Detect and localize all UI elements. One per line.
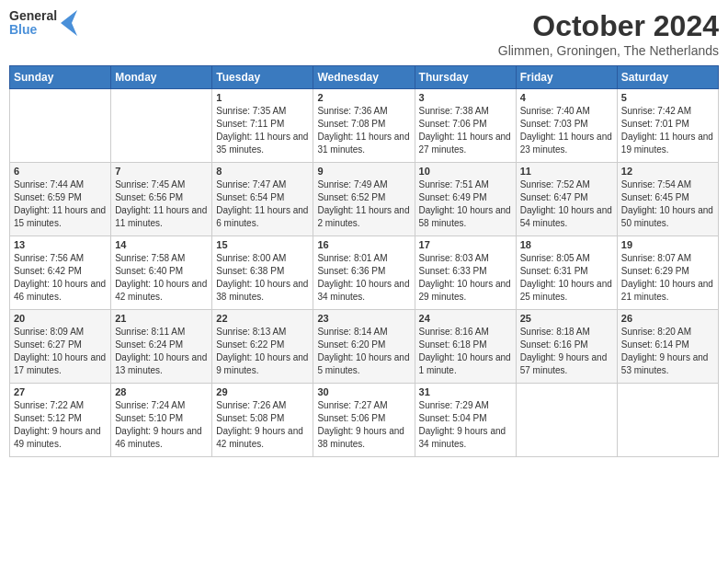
day-number: 23 [317, 313, 410, 324]
weekday-header-wednesday: Wednesday [313, 66, 415, 89]
logo-line1: General [9, 9, 57, 23]
svg-marker-0 [61, 10, 77, 36]
day-info: Sunrise: 8:03 AM Sunset: 6:33 PM Dayligh… [419, 252, 512, 304]
day-info: Sunrise: 7:54 AM Sunset: 6:45 PM Dayligh… [621, 178, 714, 230]
day-number: 13 [14, 239, 107, 250]
calendar-cell: 5Sunrise: 7:42 AM Sunset: 7:01 PM Daylig… [617, 89, 718, 163]
day-info: Sunrise: 8:13 AM Sunset: 6:22 PM Dayligh… [216, 326, 309, 377]
calendar-cell: 15Sunrise: 8:00 AM Sunset: 6:38 PM Dayli… [212, 236, 313, 310]
calendar-cell: 10Sunrise: 7:51 AM Sunset: 6:49 PM Dayli… [415, 163, 516, 236]
day-info: Sunrise: 8:01 AM Sunset: 6:36 PM Dayligh… [317, 252, 410, 304]
logo-line2: Blue [9, 23, 57, 37]
day-number: 29 [216, 386, 309, 397]
day-number: 19 [621, 239, 714, 250]
calendar-cell: 21Sunrise: 8:11 AM Sunset: 6:24 PM Dayli… [111, 310, 212, 384]
day-number: 31 [419, 386, 512, 397]
week-row-1: 1Sunrise: 7:35 AM Sunset: 7:11 PM Daylig… [10, 89, 719, 163]
day-number: 27 [14, 386, 107, 397]
weekday-header-thursday: Thursday [415, 66, 516, 89]
day-info: Sunrise: 7:38 AM Sunset: 7:06 PM Dayligh… [419, 105, 512, 156]
day-info: Sunrise: 7:42 AM Sunset: 7:01 PM Dayligh… [621, 105, 714, 156]
calendar-cell: 13Sunrise: 7:56 AM Sunset: 6:42 PM Dayli… [10, 236, 111, 310]
calendar-cell [10, 89, 111, 163]
day-number: 20 [14, 313, 107, 324]
calendar-cell: 2Sunrise: 7:36 AM Sunset: 7:08 PM Daylig… [313, 89, 415, 163]
calendar-cell: 14Sunrise: 7:58 AM Sunset: 6:40 PM Dayli… [111, 236, 212, 310]
day-number: 8 [216, 166, 309, 177]
calendar-table: SundayMondayTuesdayWednesdayThursdayFrid… [9, 65, 719, 457]
calendar-cell: 31Sunrise: 7:29 AM Sunset: 5:04 PM Dayli… [415, 384, 516, 457]
day-info: Sunrise: 7:47 AM Sunset: 6:54 PM Dayligh… [216, 178, 309, 230]
day-number: 4 [520, 92, 613, 103]
day-info: Sunrise: 7:35 AM Sunset: 7:11 PM Dayligh… [216, 105, 309, 156]
calendar-cell: 17Sunrise: 8:03 AM Sunset: 6:33 PM Dayli… [415, 236, 516, 310]
calendar-cell: 28Sunrise: 7:24 AM Sunset: 5:10 PM Dayli… [111, 384, 212, 457]
day-number: 15 [216, 239, 309, 250]
calendar-cell: 29Sunrise: 7:26 AM Sunset: 5:08 PM Dayli… [212, 384, 313, 457]
weekday-header-tuesday: Tuesday [212, 66, 313, 89]
day-info: Sunrise: 8:18 AM Sunset: 6:16 PM Dayligh… [520, 326, 613, 377]
title-block: October 2024 Glimmen, Groningen, The Net… [498, 9, 719, 58]
weekday-header-friday: Friday [516, 66, 617, 89]
day-number: 17 [419, 239, 512, 250]
calendar-cell: 6Sunrise: 7:44 AM Sunset: 6:59 PM Daylig… [10, 163, 111, 236]
calendar-cell: 18Sunrise: 8:05 AM Sunset: 6:31 PM Dayli… [516, 236, 617, 310]
calendar-cell: 27Sunrise: 7:22 AM Sunset: 5:12 PM Dayli… [10, 384, 111, 457]
calendar-cell: 4Sunrise: 7:40 AM Sunset: 7:03 PM Daylig… [516, 89, 617, 163]
logo-wrapper: General Blue [9, 9, 77, 38]
day-number: 5 [621, 92, 714, 103]
calendar-cell: 12Sunrise: 7:54 AM Sunset: 6:45 PM Dayli… [617, 163, 718, 236]
calendar-cell: 25Sunrise: 8:18 AM Sunset: 6:16 PM Dayli… [516, 310, 617, 384]
day-info: Sunrise: 7:52 AM Sunset: 6:47 PM Dayligh… [520, 178, 613, 230]
day-info: Sunrise: 8:09 AM Sunset: 6:27 PM Dayligh… [14, 326, 107, 377]
calendar-cell: 19Sunrise: 8:07 AM Sunset: 6:29 PM Dayli… [617, 236, 718, 310]
calendar-cell: 22Sunrise: 8:13 AM Sunset: 6:22 PM Dayli… [212, 310, 313, 384]
calendar-cell: 7Sunrise: 7:45 AM Sunset: 6:56 PM Daylig… [111, 163, 212, 236]
day-number: 14 [115, 239, 208, 250]
calendar-cell: 9Sunrise: 7:49 AM Sunset: 6:52 PM Daylig… [313, 163, 415, 236]
day-info: Sunrise: 8:20 AM Sunset: 6:14 PM Dayligh… [621, 326, 714, 377]
weekday-header-saturday: Saturday [617, 66, 718, 89]
day-info: Sunrise: 7:24 AM Sunset: 5:10 PM Dayligh… [115, 399, 208, 451]
calendar-cell: 16Sunrise: 8:01 AM Sunset: 6:36 PM Dayli… [313, 236, 415, 310]
day-info: Sunrise: 7:27 AM Sunset: 5:06 PM Dayligh… [317, 399, 410, 451]
day-number: 22 [216, 313, 309, 324]
day-number: 21 [115, 313, 208, 324]
day-number: 16 [317, 239, 410, 250]
day-info: Sunrise: 7:36 AM Sunset: 7:08 PM Dayligh… [317, 105, 410, 156]
day-info: Sunrise: 8:11 AM Sunset: 6:24 PM Dayligh… [115, 326, 208, 377]
calendar-cell [111, 89, 212, 163]
calendar-cell: 26Sunrise: 8:20 AM Sunset: 6:14 PM Dayli… [617, 310, 718, 384]
day-number: 9 [317, 166, 410, 177]
calendar-cell [617, 384, 718, 457]
day-number: 2 [317, 92, 410, 103]
location: Glimmen, Groningen, The Netherlands [498, 43, 719, 58]
calendar-cell: 30Sunrise: 7:27 AM Sunset: 5:06 PM Dayli… [313, 384, 415, 457]
day-info: Sunrise: 7:49 AM Sunset: 6:52 PM Dayligh… [317, 178, 410, 230]
weekday-header-monday: Monday [111, 66, 212, 89]
day-info: Sunrise: 8:05 AM Sunset: 6:31 PM Dayligh… [520, 252, 613, 304]
day-number: 24 [419, 313, 512, 324]
day-number: 1 [216, 92, 309, 103]
week-row-5: 27Sunrise: 7:22 AM Sunset: 5:12 PM Dayli… [10, 384, 719, 457]
page-header: General Blue October 2024 Glimmen, Groni… [9, 9, 719, 58]
day-info: Sunrise: 7:56 AM Sunset: 6:42 PM Dayligh… [14, 252, 107, 304]
day-number: 30 [317, 386, 410, 397]
weekday-header-row: SundayMondayTuesdayWednesdayThursdayFrid… [10, 66, 719, 89]
week-row-3: 13Sunrise: 7:56 AM Sunset: 6:42 PM Dayli… [10, 236, 719, 310]
calendar-cell: 20Sunrise: 8:09 AM Sunset: 6:27 PM Dayli… [10, 310, 111, 384]
day-number: 28 [115, 386, 208, 397]
day-info: Sunrise: 8:16 AM Sunset: 6:18 PM Dayligh… [419, 326, 512, 377]
day-number: 7 [115, 166, 208, 177]
week-row-4: 20Sunrise: 8:09 AM Sunset: 6:27 PM Dayli… [10, 310, 719, 384]
day-number: 26 [621, 313, 714, 324]
day-info: Sunrise: 7:58 AM Sunset: 6:40 PM Dayligh… [115, 252, 208, 304]
day-info: Sunrise: 7:40 AM Sunset: 7:03 PM Dayligh… [520, 105, 613, 156]
logo: General Blue [9, 9, 77, 38]
calendar-cell: 24Sunrise: 8:16 AM Sunset: 6:18 PM Dayli… [415, 310, 516, 384]
day-info: Sunrise: 7:29 AM Sunset: 5:04 PM Dayligh… [419, 399, 512, 451]
day-number: 3 [419, 92, 512, 103]
calendar-cell: 1Sunrise: 7:35 AM Sunset: 7:11 PM Daylig… [212, 89, 313, 163]
day-info: Sunrise: 7:26 AM Sunset: 5:08 PM Dayligh… [216, 399, 309, 451]
calendar-cell [516, 384, 617, 457]
